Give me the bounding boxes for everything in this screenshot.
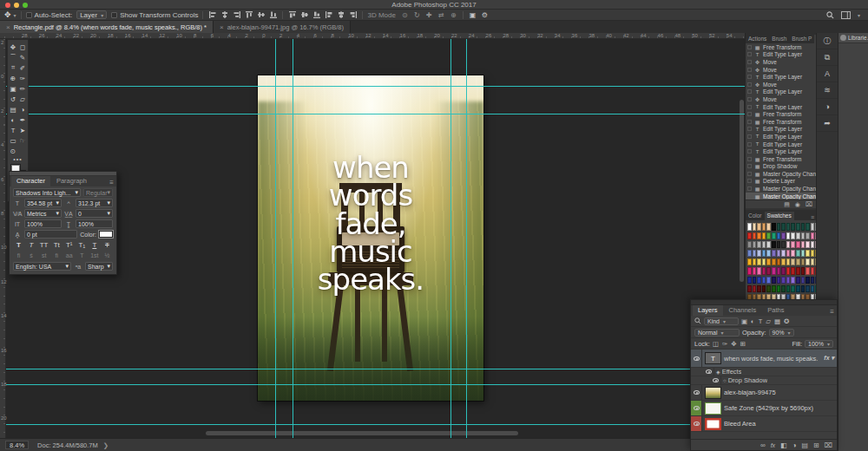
- auto-select-checkbox[interactable]: [26, 12, 32, 18]
- color-swatch[interactable]: [801, 223, 806, 230]
- brush-tool[interactable]: ✑: [18, 73, 28, 83]
- horizontal-scrollbar[interactable]: [6, 431, 745, 435]
- color-swatch[interactable]: [801, 267, 806, 274]
- align-right-icon[interactable]: [232, 10, 241, 19]
- history-source-box[interactable]: [747, 112, 752, 116]
- guide-horizontal[interactable]: [6, 114, 745, 114]
- anti-alias-dropdown[interactable]: Sharp▾: [85, 262, 113, 271]
- history-source-box[interactable]: [747, 60, 752, 64]
- layer-row[interactable]: ○Drop Shadow: [691, 376, 837, 385]
- layer-row[interactable]: ◈Effects: [691, 368, 837, 376]
- history-source-box[interactable]: [747, 179, 752, 183]
- show-transform-checkbox[interactable]: [111, 12, 117, 18]
- color-swatch[interactable]: [766, 285, 771, 292]
- color-swatch[interactable]: [781, 250, 786, 257]
- visibility-eye-icon[interactable]: [694, 356, 700, 361]
- color-swatch[interactable]: [796, 250, 800, 257]
- history-step[interactable]: ▦Master Opacity Change: [746, 193, 816, 200]
- marquee-tool[interactable]: ◻: [18, 42, 28, 52]
- horizontal-scale-field[interactable]: 100%: [76, 219, 113, 228]
- tab-brush-p[interactable]: Brush P: [789, 35, 814, 43]
- tab-brush[interactable]: Brush: [769, 35, 789, 43]
- crop-tool[interactable]: ⌗: [9, 62, 18, 73]
- guide-vertical[interactable]: [275, 39, 276, 438]
- history-step[interactable]: ✥Move: [746, 81, 816, 88]
- history-source-box[interactable]: [747, 68, 752, 72]
- history-brush-tool[interactable]: ↺: [9, 94, 18, 104]
- guide-horizontal[interactable]: [6, 424, 745, 425]
- collapsed-panel-icon-5[interactable]: ◑: [817, 99, 838, 115]
- layer-style-icon[interactable]: fx: [771, 442, 775, 448]
- eye-cell[interactable]: [703, 368, 714, 376]
- color-swatch[interactable]: [762, 250, 766, 257]
- color-swatch[interactable]: [791, 250, 795, 257]
- color-swatch[interactable]: [811, 241, 815, 248]
- color-swatch[interactable]: [757, 223, 761, 230]
- color-swatch[interactable]: [757, 267, 761, 274]
- layer-filter-icon-5[interactable]: ▦: [774, 317, 780, 325]
- color-swatch[interactable]: [757, 285, 761, 292]
- color-swatch[interactable]: [786, 258, 791, 265]
- guide-horizontal[interactable]: [6, 86, 745, 87]
- color-swatch[interactable]: [791, 258, 795, 265]
- blend-mode-dropdown[interactable]: Normal▾: [694, 329, 740, 337]
- zoom-level-field[interactable]: 8.4%: [5, 441, 29, 449]
- kerning-field[interactable]: Metrics▾: [24, 209, 62, 218]
- color-swatch[interactable]: [762, 258, 766, 265]
- eraser-tool[interactable]: ▱: [18, 94, 28, 104]
- color-swatch[interactable]: [766, 241, 771, 248]
- color-swatch[interactable]: [766, 223, 771, 230]
- panel-menu-icon[interactable]: ≡: [109, 179, 116, 186]
- color-swatch[interactable]: [811, 258, 815, 265]
- color-swatch[interactable]: [762, 267, 766, 274]
- type-style-button-7[interactable]: T: [89, 240, 99, 249]
- move-tool-icon[interactable]: ✥: [4, 10, 11, 19]
- fill-dropdown[interactable]: 100%▾: [805, 340, 833, 348]
- color-swatch[interactable]: [806, 285, 810, 292]
- color-swatch[interactable]: [777, 250, 781, 257]
- color-swatch[interactable]: [762, 285, 766, 292]
- guide-horizontal[interactable]: [6, 369, 745, 369]
- color-swatch[interactable]: [772, 285, 776, 292]
- layer-filter-icon-1[interactable]: ▣: [741, 317, 747, 325]
- delete-state-icon[interactable]: ⌧: [806, 201, 812, 208]
- type-style-button-6[interactable]: T₁: [77, 240, 87, 249]
- color-swatch[interactable]: [747, 232, 752, 239]
- color-swatch[interactable]: [811, 277, 815, 284]
- pencil-tool[interactable]: ✏: [18, 83, 28, 94]
- color-swatch[interactable]: [772, 223, 776, 230]
- align-bottom-icon[interactable]: [268, 10, 278, 19]
- color-swatch[interactable]: [791, 241, 795, 248]
- color-swatch[interactable]: [766, 250, 771, 257]
- shape-tool[interactable]: ▭: [9, 135, 18, 146]
- history-source-box[interactable]: [747, 127, 752, 131]
- history-source-box[interactable]: [747, 97, 752, 101]
- new-layer-icon[interactable]: ⊞: [813, 441, 819, 449]
- history-step[interactable]: TEdit Type Layer: [746, 103, 816, 111]
- history-source-box[interactable]: [747, 142, 752, 147]
- eye-cell[interactable]: [710, 376, 721, 384]
- 3d-mode-icon-1[interactable]: ⊙: [400, 10, 410, 19]
- new-doc-from-state-icon[interactable]: ▤: [784, 201, 790, 208]
- status-options-arrow[interactable]: ❯: [103, 441, 108, 449]
- color-swatch[interactable]: [796, 232, 800, 239]
- collapsed-panel-icon-6[interactable]: ➦: [817, 115, 838, 132]
- 3d-mode-icon-5[interactable]: ⊕: [449, 10, 458, 19]
- layer-row[interactable]: Twhen words fade, music speaks.fx ▾: [691, 350, 837, 368]
- tracking-field[interactable]: 0▾: [76, 209, 113, 218]
- color-swatch[interactable]: [753, 258, 757, 265]
- type-style-button-2[interactable]: T: [27, 240, 36, 249]
- lock-icon-1[interactable]: ◫: [713, 340, 719, 348]
- align-top-icon[interactable]: [244, 10, 253, 19]
- color-swatch[interactable]: [786, 241, 791, 248]
- color-swatch[interactable]: [801, 277, 806, 284]
- history-step[interactable]: ▦Drop Shadow: [746, 163, 816, 171]
- eyedropper-tool[interactable]: ✐: [18, 62, 28, 73]
- quick-select-tool[interactable]: ✎: [18, 52, 28, 62]
- history-source-box[interactable]: [747, 120, 752, 124]
- delete-layer-icon[interactable]: ⌧: [825, 441, 832, 449]
- history-step[interactable]: ▦Master Opacity Change: [746, 185, 816, 193]
- color-swatch[interactable]: [811, 223, 815, 230]
- color-swatch[interactable]: [766, 232, 771, 239]
- color-swatch[interactable]: [801, 285, 806, 292]
